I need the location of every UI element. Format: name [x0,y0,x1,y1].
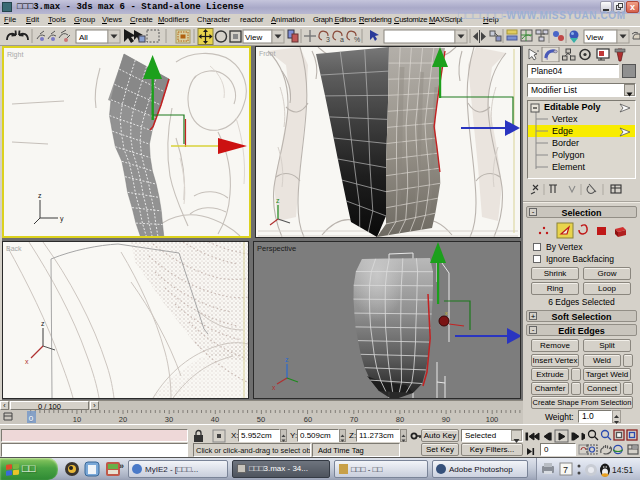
svg-text:Front: Front [259,50,275,57]
svg-text:x: x [25,358,29,365]
svg-text:a: a [340,36,344,43]
svg-text:3: 3 [326,36,330,43]
svg-text:90: 90 [442,415,450,424]
svg-text:x: x [272,384,276,391]
svg-text:10: 10 [73,415,81,424]
svg-text:z: z [276,197,280,204]
svg-text:View: View [586,33,603,42]
svg-text:70: 70 [350,415,358,424]
svg-text:Right: Right [7,51,23,59]
svg-text:z: z [285,356,289,363]
svg-text:%: % [354,36,360,43]
svg-text:50: 50 [257,415,265,424]
svg-text:z: z [41,320,45,327]
svg-text:x: x [445,310,448,316]
svg-text:80: 80 [396,415,404,424]
svg-text:All: All [79,33,88,42]
svg-text:60: 60 [304,415,312,424]
svg-text:20: 20 [119,415,127,424]
svg-text:Perspective: Perspective [257,244,296,253]
svg-text:y: y [60,215,64,223]
svg-text:40: 40 [211,415,219,424]
svg-text:7: 7 [563,465,568,475]
svg-text:100: 100 [486,415,499,424]
svg-text:Back: Back [6,245,22,252]
svg-text:0: 0 [29,414,34,423]
svg-text:z: z [38,192,42,199]
svg-text:View: View [245,33,262,42]
svg-text:30: 30 [165,415,173,424]
